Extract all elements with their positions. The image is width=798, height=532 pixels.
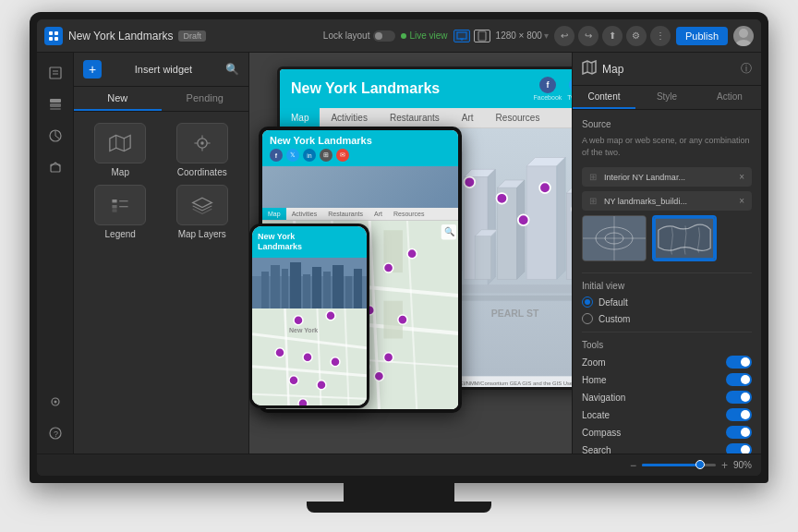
sidebar-search-icon[interactable]: 🔍 (225, 63, 239, 76)
tablet-qr: ⊞ (320, 149, 332, 162)
svg-point-122 (398, 315, 407, 324)
desktop-icon[interactable] (453, 30, 470, 42)
settings-button[interactable]: ⚙ (626, 26, 647, 46)
rail-theme[interactable] (42, 123, 68, 149)
undo-button[interactable]: ↩ (554, 26, 574, 46)
tablet-nav-restaurants[interactable]: Restaurants (322, 208, 369, 220)
svg-rect-33 (113, 205, 117, 208)
zoom-control: − + 90% (630, 459, 752, 472)
widget-map-layers[interactable]: Map Layers (165, 185, 240, 239)
svg-point-151 (275, 347, 284, 357)
map-thumb-1[interactable] (582, 215, 647, 261)
widget-legend[interactable]: Legend (83, 185, 158, 239)
main-area: ? + Insert widget 🔍 New Pending (37, 53, 761, 453)
tablet-nav-map[interactable]: Map (262, 208, 286, 220)
svg-rect-137 (312, 267, 321, 308)
source-1-label: Interior NY Landmar... (604, 173, 735, 182)
nav-restaurants[interactable]: Restaurants (379, 108, 451, 127)
widget-map-layers-label: Map Layers (178, 229, 226, 239)
source-desc: A web map or web scene, or any combinati… (582, 135, 752, 158)
svg-point-118 (384, 263, 393, 272)
tool-locate-toggle[interactable] (726, 408, 752, 421)
svg-rect-134 (282, 269, 288, 308)
radio-custom[interactable]: Custom (582, 313, 752, 324)
tab-new[interactable]: New (74, 87, 162, 111)
lock-toggle[interactable] (373, 30, 395, 42)
lock-layout[interactable]: Lock layout (323, 30, 396, 42)
svg-point-127 (384, 353, 393, 362)
tool-search-toggle[interactable] (726, 443, 752, 453)
radio-default-circle[interactable] (582, 296, 593, 308)
rail-data[interactable] (42, 154, 68, 180)
svg-rect-59 (566, 193, 572, 279)
user-avatar[interactable] (733, 26, 754, 46)
tablet-nav: Map Activities Restaurants Art Resources (262, 208, 458, 221)
tool-locate: Locate (582, 408, 752, 421)
zoom-minus-button[interactable]: − (630, 459, 636, 472)
source-2-remove[interactable]: × (739, 196, 744, 206)
radio-custom-circle[interactable] (582, 313, 593, 324)
zoom-slider[interactable] (642, 464, 716, 466)
widget-coordinates[interactable]: Coordinates (165, 123, 240, 177)
svg-marker-22 (110, 135, 130, 151)
source-1-remove[interactable]: × (739, 172, 744, 182)
rail-settings[interactable] (42, 389, 68, 415)
nav-map[interactable]: Map (280, 108, 320, 127)
svg-marker-158 (583, 61, 596, 74)
widget-map[interactable]: Map (83, 123, 158, 177)
panel-tab-content[interactable]: Content (573, 86, 635, 109)
nav-activities[interactable]: Activities (320, 108, 378, 127)
panel-tab-action[interactable]: Action (698, 86, 761, 109)
tablet-nav-art[interactable]: Art (369, 208, 388, 220)
zoom-plus-button[interactable]: + (721, 459, 728, 472)
tab-pending[interactable]: Pending (162, 87, 249, 111)
radio-default[interactable]: Default (582, 296, 752, 308)
source-2-icon: ⊞ (589, 196, 600, 206)
toolbar-actions: ↩ ↪ ⬆ ⚙ ⋮ (554, 26, 671, 46)
tablet-nav-resources[interactable]: Resources (388, 208, 429, 220)
widget-legend-icon (94, 185, 146, 225)
svg-marker-58 (557, 158, 565, 280)
nav-resources[interactable]: Resources (485, 108, 551, 127)
tool-zoom-label: Zoom (582, 357, 606, 368)
svg-rect-13 (50, 99, 61, 103)
panel-title-label: Map (602, 63, 623, 76)
map-thumb-2[interactable] (652, 215, 717, 261)
tool-home: Home (582, 373, 752, 386)
rail-pages[interactable] (42, 60, 68, 86)
panel-tab-style[interactable]: Style (635, 86, 698, 109)
svg-rect-7 (478, 31, 486, 41)
top-bar: New York Landmarks Draft Lock layout Liv… (37, 19, 761, 53)
tool-search: Search (582, 443, 752, 453)
panel-header: Map ⓘ (573, 53, 761, 86)
svg-text:🔍: 🔍 (444, 226, 455, 237)
rail-layers[interactable] (42, 91, 68, 117)
svg-rect-135 (290, 262, 301, 308)
redo-button[interactable]: ↪ (578, 26, 598, 46)
tool-compass-toggle[interactable] (726, 426, 752, 439)
tablet-li: in (303, 149, 316, 162)
tool-home-toggle[interactable] (726, 373, 752, 386)
add-widget-button[interactable]: + (83, 60, 102, 79)
svg-point-80 (465, 177, 476, 188)
tool-zoom-toggle[interactable] (726, 356, 752, 369)
tools-section-title: Tools (582, 340, 752, 350)
icon-rail: ? (37, 53, 74, 453)
section-divider-1 (582, 272, 752, 273)
section-divider-2 (582, 332, 752, 332)
tablet-tw: 𝕏 (286, 149, 299, 162)
tablet-icon[interactable] (474, 30, 490, 42)
rail-help[interactable]: ? (42, 420, 68, 446)
nav-art[interactable]: Art (451, 108, 485, 127)
svg-rect-3 (54, 37, 58, 41)
publish-button[interactable]: Publish (676, 27, 728, 45)
tablet-nav-activities[interactable]: Activities (286, 208, 323, 220)
twitter-icon: 𝕏 Twitter (567, 77, 572, 101)
svg-point-87 (518, 214, 529, 225)
tool-navigation-toggle[interactable] (726, 391, 752, 404)
phone-title: New YorkLandmarks (258, 232, 361, 252)
canvas-background: New York Landmarks f Facebook 𝕏 (249, 53, 572, 453)
share-button[interactable]: ⬆ (602, 26, 623, 46)
panel-info-icon[interactable]: ⓘ (741, 61, 752, 77)
more-button[interactable]: ⋮ (650, 26, 671, 46)
